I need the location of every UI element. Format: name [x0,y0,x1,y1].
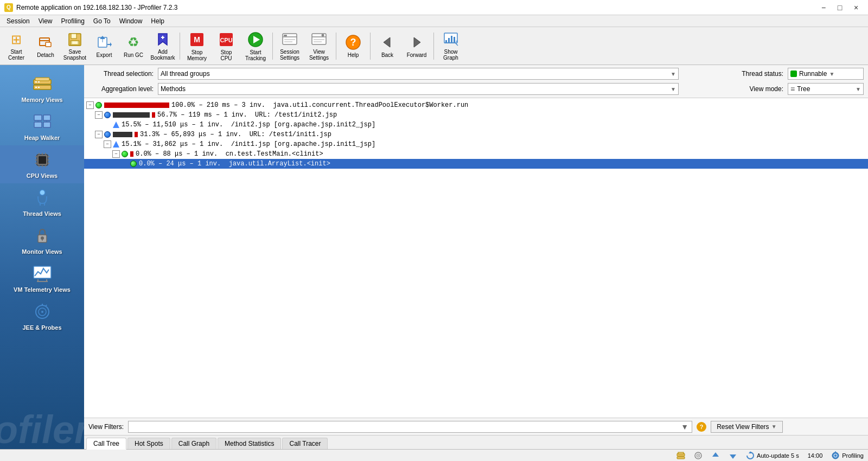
view-mode-dropdown[interactable]: ≡ Tree ▼ [788,83,864,95]
row2-expander[interactable]: − [95,111,103,119]
maximize-button[interactable]: □ [832,2,847,14]
table-row[interactable]: − 0.0% – 88 μs – 1 inv. cn.test.TestMain… [84,149,868,159]
menu-session[interactable]: Session [2,16,34,26]
start-center-icon: ⊞ [8,31,25,48]
titlebar: Q Remote application on 192.168.182.130 … [0,0,868,15]
stop-cpu-button[interactable]: CPU StopCPU [212,30,240,62]
row3-icon [112,121,120,129]
minimize-button[interactable]: − [816,2,831,14]
row6-expander[interactable]: − [112,150,120,158]
save-snapshot-button[interactable]: SaveSnapshot [61,30,89,62]
start-tracking-button[interactable]: StartTracking [241,30,270,62]
svg-rect-39 [454,37,455,42]
detach-button[interactable]: Detach [31,30,60,62]
menu-view[interactable]: View [34,16,57,26]
start-center-button[interactable]: ⊞ StartCenter [2,30,30,62]
svg-marker-85 [113,121,119,128]
table-row[interactable]: 15.5% – 11,510 μs – 1 inv. /init2.jsp [o… [84,120,868,130]
filter-dropdown-arrow[interactable]: ▼ [681,422,690,431]
row2-bar-small [152,112,155,118]
svg-rect-45 [35,78,49,81]
table-row[interactable]: − 31.3% – 65,893 μs – 1 inv. URL: /test1… [84,130,868,139]
close-button[interactable]: × [848,2,864,14]
row4-expander[interactable]: − [95,131,103,138]
menu-window[interactable]: Window [115,16,147,26]
export-button[interactable]: Export [90,30,118,62]
thread-selection-dropdown[interactable]: All thread groups ▼ [158,68,679,80]
run-gc-button[interactable]: ♻ Run GC [119,30,148,62]
tab-method-statistics[interactable]: Method Statistics [218,438,281,449]
menu-profiling[interactable]: Profiling [57,16,89,26]
row4-bar [113,132,132,137]
filter-help-icon[interactable]: ? [697,422,706,432]
aggregation-level-arrow: ▼ [671,86,676,92]
view-mode-icon: ≡ [790,85,795,93]
stop-memory-button[interactable]: M Stop Memory [183,30,211,62]
filter-text-input[interactable] [131,423,681,431]
sidebar-item-memory-views[interactable]: Memory Views [0,69,84,107]
show-graph-label: ShowGraph [443,49,458,61]
time-text: 14:00 [808,452,823,459]
aggregation-level-value: Methods [161,85,186,93]
row1-expander[interactable]: − [86,101,94,109]
thread-status-dropdown[interactable]: Runnable ▼ [788,68,864,80]
forward-icon [408,34,425,51]
table-row[interactable]: − 100.0% – 210 ms – 3 inv. java.util.con… [84,100,868,110]
svg-point-92 [698,455,699,456]
table-row[interactable]: 0.0% – 24 μs – 1 inv. java.util.ArrayLis… [84,159,868,169]
up-arrow-icon [711,451,720,460]
stop-cpu-label: StopCPU [220,49,232,61]
show-graph-icon [442,31,459,48]
status-heap-icon [676,451,685,460]
titlebar-left: Q Remote application on 192.168.182.130 … [4,3,178,12]
tab-hot-spots[interactable]: Hot Spots [127,438,170,449]
svg-marker-34 [414,37,420,47]
svg-marker-94 [730,454,736,459]
sidebar: Memory Views Heap Walker [0,65,84,449]
add-bookmark-button[interactable]: AddBookmark [149,30,177,62]
sidebar-item-thread-views[interactable]: Thread Views [0,183,84,221]
menu-goto[interactable]: Go To [89,16,115,26]
sidebar-item-monitor-views[interactable]: Monitor Views [0,221,84,259]
sidebar-item-heap-walker[interactable]: Heap Walker [0,107,84,145]
forward-button[interactable]: Forward [403,30,431,62]
tab-call-tracer[interactable]: Call Tracer [282,438,328,449]
svg-marker-11 [110,42,112,47]
aggregation-level-dropdown[interactable]: Methods ▼ [158,83,679,95]
row5-icon [112,140,120,148]
thread-status-label: Thread status: [742,70,783,78]
toolbar-sep2 [272,33,273,60]
svg-rect-2 [46,42,51,47]
view-settings-button[interactable]: ViewSettings [305,30,333,62]
statusbar: Auto-update 5 s 14:00 Profiling [0,449,868,461]
heap-walker-icon [32,112,53,132]
reset-dropdown-arrow: ▼ [771,424,777,430]
help-label: Help [348,52,359,58]
titlebar-title: Remote application on 192.168.182.130 - … [16,4,178,11]
row5-expander[interactable]: − [104,140,111,148]
filter-input[interactable]: ▼ [128,421,692,433]
session-settings-button[interactable]: SessionSettings [276,30,304,62]
toolbar-sep5 [433,33,434,60]
back-button[interactable]: Back [373,30,401,62]
thread-selection-arrow: ▼ [671,71,676,77]
sidebar-item-vm-telemetry[interactable]: VM Telemetry Views [0,259,84,297]
svg-marker-33 [384,37,390,47]
sidebar-item-cpu-views[interactable]: CPU Views [0,145,84,183]
table-row[interactable]: − 15.1% – 31,862 μs – 1 inv. /init1.jsp … [84,139,868,149]
svg-rect-52 [43,115,50,120]
help-button[interactable]: ? Help [339,30,367,62]
menu-help[interactable]: Help [146,16,169,26]
sidebar-item-jee-probes[interactable]: JEE & Probes [0,297,84,335]
run-gc-label: Run GC [124,52,143,58]
export-label: Export [97,52,112,58]
svg-rect-4 [71,34,76,39]
tab-call-tree[interactable]: Call Tree [86,438,126,450]
table-row[interactable]: − 56.7% – 119 ms – 1 inv. URL: /test1/in… [84,110,868,120]
reset-view-filters-button[interactable]: Reset View Filters ▼ [711,421,782,433]
row1-bar [104,103,169,108]
show-graph-button[interactable]: ShowGraph [437,30,465,62]
tab-call-graph[interactable]: Call Graph [171,438,216,449]
svg-point-82 [41,311,43,313]
monitor-views-label: Monitor Views [22,248,62,255]
